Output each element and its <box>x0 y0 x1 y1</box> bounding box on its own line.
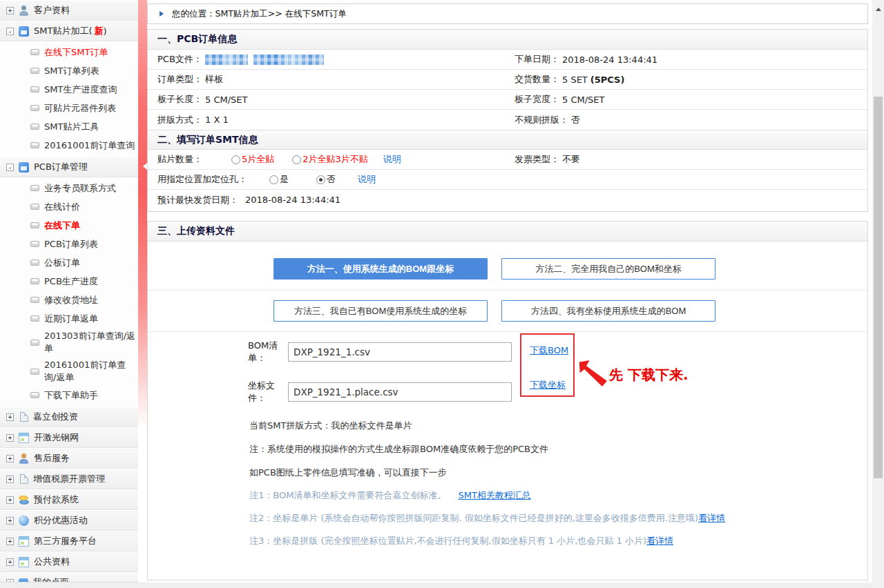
method-2-button[interactable]: 方法二、完全用我自己的BOM和坐标 <box>501 258 715 280</box>
sidebar-item[interactable]: 公板订单 <box>0 253 138 272</box>
hole-help-link[interactable]: 说明 <box>358 173 376 186</box>
app-icon <box>19 26 29 37</box>
field-label: 拼版方式： <box>157 114 202 126</box>
collapse-arrow-icon <box>140 163 147 170</box>
field-value: 1 X 1 <box>205 115 229 125</box>
hole-yes-label: 是 <box>280 173 289 186</box>
sidebar-group-label-suffix: ) <box>103 26 106 37</box>
method-3-button[interactable]: 方法三、我自已有BOM使用系统生成的坐标 <box>273 300 488 322</box>
sidebar-item[interactable]: SMT贴片工具 <box>0 117 138 136</box>
download-bom-link[interactable]: 下载BOM <box>530 344 568 357</box>
sidebar-group-3[interactable]: +嘉立创投资 <box>0 406 138 427</box>
window-icon <box>19 433 29 443</box>
qty-option1-radio[interactable] <box>231 155 240 164</box>
sidebar-item-label: SMT生产进度查询 <box>44 84 117 96</box>
expand-icon[interactable]: + <box>6 434 14 442</box>
expand-icon[interactable]: + <box>6 455 14 462</box>
method-1-button[interactable]: 方法一、使用系统生成的BOM跟坐标 <box>273 258 488 280</box>
bom-file-input[interactable] <box>288 342 512 362</box>
sidebar-item-label: SMT贴片工具 <box>44 121 99 133</box>
sidebar-item[interactable]: 20161001前订单查询/返单 <box>0 357 138 386</box>
new-badge: 新 <box>94 25 103 37</box>
page: +客户资料-SMT贴片加工(新)在线下SMT订单SMT订单列表SMT生产进度查询… <box>0 0 884 588</box>
download-coord-link[interactable]: 下载坐标 <box>530 379 566 391</box>
sidebar-item[interactable]: 20161001前订单查询 <box>0 136 138 155</box>
sidebar-group-9[interactable]: +第三方服务平台 <box>0 531 138 551</box>
coord-file-input[interactable] <box>288 382 512 402</box>
expand-icon[interactable]: + <box>6 413 14 421</box>
sidebar-group-label: 积分优惠活动 <box>34 514 88 527</box>
sidebar-item[interactable]: 在线计价 <box>0 197 138 216</box>
sidebar-item[interactable]: 201303前订单查询/返单 <box>0 328 138 357</box>
info-line: 注：系统使用的模拟操作的方式生成坐标跟BOM准确度依赖于您的PCB文件 <box>249 443 867 455</box>
coord-label: 坐标文件： <box>248 380 288 404</box>
field-label: 订单类型： <box>157 73 202 86</box>
sidebar-children: 在线下SMT订单SMT订单列表SMT生产进度查询可贴片元器件列表SMT贴片工具2… <box>0 41 138 157</box>
breadcrumb-text: 您的位置：SMT贴片加工>> 在线下SMT订单 <box>172 8 347 20</box>
sidebar-group-0[interactable]: +客户资料 <box>0 0 138 21</box>
collapse-icon[interactable]: - <box>6 28 14 35</box>
sidebar-item-label: 下载下单助手 <box>44 389 98 402</box>
sidebar-collapse-handle[interactable] <box>138 0 147 428</box>
expand-icon[interactable]: + <box>6 496 14 504</box>
field-value: 样板 <box>205 73 223 86</box>
sidebar-group-label: 我的桌面 <box>33 576 69 582</box>
file-form: BOM清单： 坐标文件： 下载BOM 下载坐标 先 下载下来. 当前SMT拼版方… <box>148 340 867 547</box>
sidebar-group-label: 售后服务 <box>34 452 70 464</box>
note-link[interactable]: 看详情 <box>646 536 673 546</box>
vertical-scrollbar[interactable] <box>872 0 884 588</box>
censored-pcb-filename <box>205 55 324 65</box>
horizontal-scrollbar[interactable] <box>0 582 872 588</box>
note-link[interactable]: 看详情 <box>698 513 725 523</box>
sidebar-group-10[interactable]: +公共资料 <box>0 551 138 572</box>
sidebar-group-4[interactable]: +开激光钢网 <box>0 427 138 448</box>
section1-rows: PCB文件：下单日期：2018-08-24 13:44:41订单类型：样板交货数… <box>148 50 867 130</box>
sidebar-group-5[interactable]: +售后服务 <box>0 448 138 469</box>
sidebar-item-label: PCB订单列表 <box>44 238 98 251</box>
hole-no-radio[interactable] <box>316 175 325 184</box>
coins-icon <box>19 495 29 505</box>
sidebar-item-label: 可贴片元器件列表 <box>44 102 116 115</box>
sidebar-item[interactable]: 业务专员联系方式 <box>0 179 138 197</box>
sidebar-item[interactable]: PCB订单列表 <box>0 235 138 253</box>
expand-icon[interactable]: + <box>6 7 14 14</box>
collapse-icon[interactable]: - <box>6 164 14 171</box>
sidebar-item[interactable]: 近期订单返单 <box>0 309 138 328</box>
menu-item-icon <box>30 105 39 111</box>
menu-item-icon <box>30 185 39 191</box>
sidebar-group-1[interactable]: -SMT贴片加工(新) <box>0 21 138 41</box>
menu-item-icon <box>30 297 39 303</box>
expand-icon[interactable]: + <box>6 538 14 545</box>
sidebar-group-label: 增值税票开票管理 <box>33 473 105 485</box>
sidebar-group-2[interactable]: -PCB订单管理 <box>0 157 138 177</box>
sidebar-item-label: 公板订单 <box>44 257 80 269</box>
main-content: 您的位置：SMT贴片加工>> 在线下SMT订单 一、PCB订单信息 PCB文件：… <box>147 0 868 582</box>
doc-icon <box>20 412 28 422</box>
qty-help-link[interactable]: 说明 <box>383 153 401 166</box>
note-link[interactable]: SMT相关教程汇总 <box>458 490 530 500</box>
scrollbar-thumb[interactable] <box>874 97 883 478</box>
sidebar-item[interactable]: SMT订单列表 <box>0 61 138 80</box>
sidebar-group-11[interactable]: +我的桌面 <box>0 572 138 582</box>
sidebar-item-label: PCB生产进度 <box>44 275 98 288</box>
expand-icon[interactable]: + <box>6 517 14 525</box>
menu-item-icon <box>30 222 39 228</box>
sidebar-item[interactable]: PCB生产进度 <box>0 272 138 291</box>
expand-icon[interactable]: + <box>6 476 14 483</box>
sidebar-item[interactable]: 可贴片元器件列表 <box>0 99 138 117</box>
sidebar-group-8[interactable]: +积分优惠活动 <box>0 510 138 531</box>
expand-icon[interactable]: + <box>6 558 14 566</box>
sidebar-item[interactable]: 在线下单 <box>0 216 138 235</box>
sidebar-item[interactable]: 修改收货地址 <box>0 291 138 309</box>
order-info-box: 一、PCB订单信息 PCB文件：下单日期：2018-08-24 13:44:41… <box>147 29 868 212</box>
sidebar-item[interactable]: 下载下单助手 <box>0 386 138 404</box>
sidebar-item[interactable]: 在线下SMT订单 <box>0 43 138 61</box>
hole-yes-radio[interactable] <box>269 175 278 184</box>
sidebar-item[interactable]: SMT生产进度查询 <box>0 80 138 99</box>
field-value: 5 CM/SET <box>205 95 247 105</box>
field-label: 下单日期： <box>515 53 559 66</box>
sidebar-group-7[interactable]: +预付款系统 <box>0 489 138 510</box>
qty-option2-radio[interactable] <box>292 155 301 164</box>
sidebar-group-6[interactable]: +增值税票开票管理 <box>0 469 138 489</box>
method-4-button[interactable]: 方法四、我有坐标使用系统生成的BOM <box>501 300 715 322</box>
